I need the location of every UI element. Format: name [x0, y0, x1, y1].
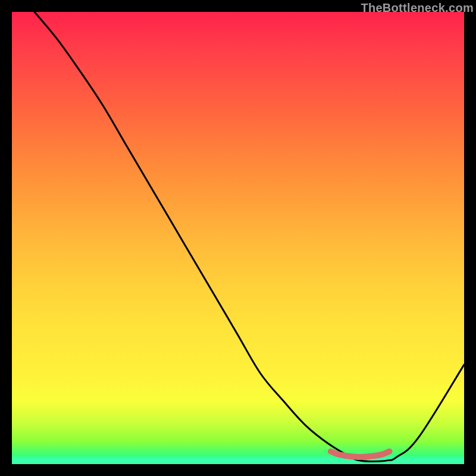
chart-frame [12, 12, 464, 464]
bottleneck-curve [35, 12, 464, 461]
chart-svg [12, 12, 464, 464]
watermark-text: TheBottleneck.com [361, 1, 474, 15]
plot-area [12, 12, 464, 464]
highlight-band [331, 452, 390, 457]
